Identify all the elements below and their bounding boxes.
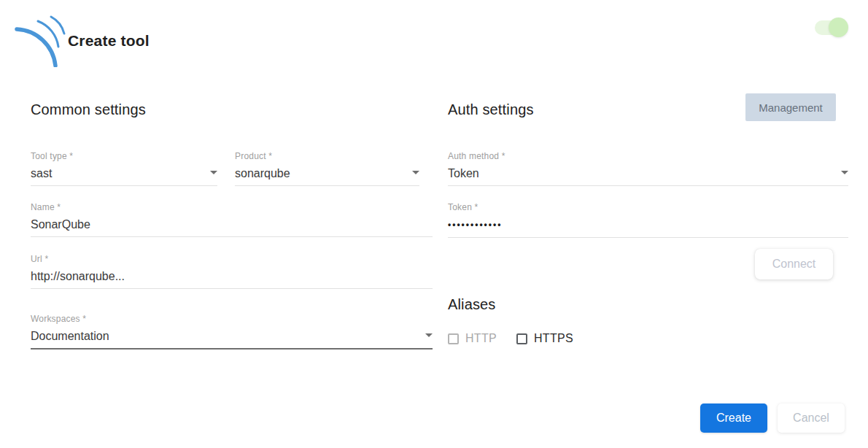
alias-http-option[interactable]: HTTP: [448, 332, 497, 345]
product-select[interactable]: sonarqube: [235, 167, 419, 186]
url-value: http://sonarqube...: [31, 270, 125, 283]
common-settings-heading: Common settings: [31, 101, 146, 118]
tool-type-label: Tool type *: [31, 151, 217, 161]
connect-button[interactable]: Connect: [755, 249, 833, 279]
auth-method-select[interactable]: Token: [448, 167, 848, 186]
name-value: SonarQube: [31, 218, 90, 231]
url-field: Url * http://sonarqube...: [31, 254, 433, 289]
chevron-down-icon[interactable]: [210, 171, 217, 174]
auth-settings-heading: Auth settings: [448, 101, 534, 118]
name-label: Name *: [31, 202, 433, 212]
management-button[interactable]: Management: [745, 93, 836, 121]
logo-arcs-icon: [10, 15, 66, 70]
auth-method-field: Auth method * Token: [448, 151, 848, 186]
auth-method-label: Auth method *: [448, 151, 848, 161]
token-input[interactable]: ••••••••••••: [448, 218, 848, 238]
aliases-options: HTTP HTTPS: [448, 332, 573, 345]
create-tool-page: Create tool Common settings Auth setting…: [0, 0, 868, 448]
workspaces-value: Documentation: [31, 330, 109, 343]
tool-type-value: sast: [31, 167, 52, 180]
name-field: Name * SonarQube: [31, 202, 433, 237]
toggle-knob: [829, 18, 848, 37]
tool-type-select[interactable]: sast: [31, 167, 217, 186]
workspaces-label: Workspaces *: [31, 314, 433, 324]
chevron-down-icon[interactable]: [412, 171, 419, 174]
token-masked-value: ••••••••••••: [448, 218, 502, 232]
product-value: sonarqube: [235, 167, 290, 180]
product-label: Product *: [235, 151, 419, 161]
chevron-down-icon[interactable]: [425, 333, 433, 337]
product-field: Product * sonarqube: [235, 151, 419, 186]
cancel-button[interactable]: Cancel: [778, 403, 845, 433]
name-input[interactable]: SonarQube: [31, 218, 433, 237]
alias-http-label: HTTP: [465, 332, 497, 345]
token-label: Token *: [448, 202, 848, 212]
checkbox-https-icon[interactable]: [516, 333, 527, 344]
workspaces-select[interactable]: Documentation: [31, 330, 433, 349]
checkbox-http-icon[interactable]: [448, 333, 459, 344]
page-title: Create tool: [68, 32, 150, 50]
auth-method-value: Token: [448, 167, 479, 180]
enabled-toggle[interactable]: [815, 20, 847, 35]
token-field: Token * ••••••••••••: [448, 202, 848, 238]
chevron-down-icon[interactable]: [841, 171, 848, 174]
create-button[interactable]: Create: [700, 403, 767, 433]
url-label: Url *: [31, 254, 433, 264]
alias-https-label: HTTPS: [534, 332, 573, 345]
tool-type-field: Tool type * sast: [31, 151, 217, 186]
url-input[interactable]: http://sonarqube...: [31, 270, 433, 289]
aliases-heading: Aliases: [448, 296, 496, 313]
alias-https-option[interactable]: HTTPS: [516, 332, 573, 345]
workspaces-field: Workspaces * Documentation: [31, 314, 433, 349]
